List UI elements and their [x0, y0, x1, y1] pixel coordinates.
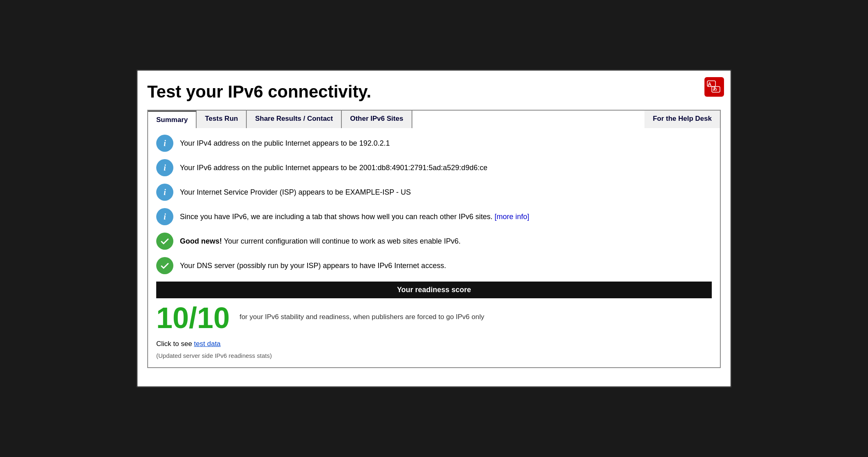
content-area: i Your IPv4 address on the public Intern…	[147, 128, 721, 368]
page-title: Test your IPv6 connectivity.	[147, 79, 721, 102]
tab-info-text: Since you have IPv6, we are including a …	[180, 213, 529, 221]
info-row-isp: i Your Internet Service Provider (ISP) a…	[156, 184, 712, 201]
tab-spacer	[412, 111, 645, 128]
tabs-container: Summary Tests Run Share Results / Contac…	[147, 110, 721, 128]
info-icon-1: i	[156, 135, 173, 152]
isp-text: Your Internet Service Provider (ISP) app…	[180, 188, 411, 197]
check-row-dns: Your DNS server (possibly run by your IS…	[156, 257, 712, 274]
update-note: (Updated server side IPv6 readiness stat…	[156, 352, 712, 359]
translate-icon[interactable]: A あ	[704, 77, 724, 97]
browser-window: A あ Test your IPv6 connectivity. Summary…	[136, 69, 732, 388]
info-row-tab-info: i Since you have IPv6, we are including …	[156, 208, 712, 225]
info-row-ipv4: i Your IPv4 address on the public Intern…	[156, 135, 712, 152]
tab-other-ipv6-sites[interactable]: Other IPv6 Sites	[342, 111, 412, 128]
info-icon-3: i	[156, 184, 173, 201]
score-row: 10/10 for your IPv6 stability and readin…	[156, 302, 712, 333]
more-info-link[interactable]: [more info]	[494, 213, 529, 221]
score-bar: Your readiness score	[156, 282, 712, 298]
score-number: 10/10	[156, 303, 230, 333]
check-row-good-news: Good news! Your current configuration wi…	[156, 233, 712, 250]
ipv4-address-text: Your IPv4 address on the public Internet…	[180, 139, 390, 148]
info-icon-4: i	[156, 208, 173, 225]
info-icon-2: i	[156, 159, 173, 176]
tab-summary[interactable]: Summary	[148, 111, 197, 128]
test-data-link[interactable]: test data	[194, 340, 221, 348]
good-news-text: Good news! Your current configuration wi…	[180, 237, 461, 246]
score-description: for your IPv6 stability and readiness, w…	[239, 302, 484, 321]
tab-share-results[interactable]: Share Results / Contact	[247, 111, 342, 128]
check-icon-2	[156, 257, 173, 274]
ipv6-address-text: Your IPv6 address on the public Internet…	[180, 164, 487, 172]
check-icon-1	[156, 233, 173, 250]
svg-text:あ: あ	[713, 86, 717, 91]
dns-text: Your DNS server (possibly run by your IS…	[180, 262, 446, 270]
test-data-row: Click to see test data	[156, 340, 712, 348]
tab-help-desk[interactable]: For the Help Desk	[644, 111, 720, 128]
tab-tests-run[interactable]: Tests Run	[197, 111, 247, 128]
info-row-ipv6: i Your IPv6 address on the public Intern…	[156, 159, 712, 176]
